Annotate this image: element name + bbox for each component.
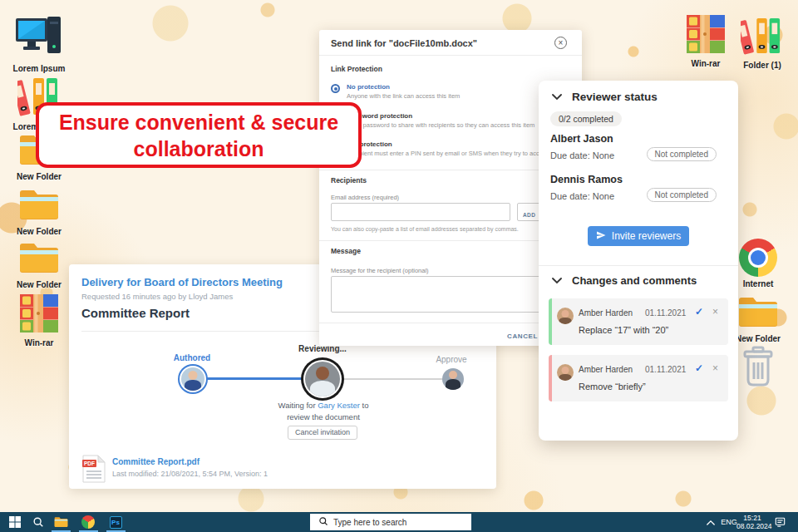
desktop-icon-new-folder-3[interactable]: New Folder xyxy=(10,241,68,289)
desktop-icon-winrar-left[interactable]: Win-rar xyxy=(10,294,68,347)
desktop-icon-label: Folder (1) xyxy=(743,61,781,70)
folder-icon xyxy=(18,241,60,278)
file-explorer-icon[interactable] xyxy=(50,512,71,532)
comment-date: 01.11.2021 xyxy=(645,365,686,374)
dialog-title: Send link for "docFile10mb.docx" xyxy=(331,38,477,48)
search-icon xyxy=(318,515,328,530)
recipients-heading: Recipients xyxy=(331,176,367,185)
message-field[interactable] xyxy=(331,276,572,313)
chrome-icon xyxy=(739,239,777,277)
message-label: Message for the recipient (optional) xyxy=(331,267,429,274)
option-label: No protection xyxy=(347,83,460,91)
taskbar: Ps ENG 15:21 08.02.2024 xyxy=(0,512,798,532)
winrar-icon xyxy=(687,15,725,57)
clock-time: 15:21 xyxy=(736,514,768,522)
workflow-stage-authored: Authored xyxy=(167,353,217,362)
callout-banner: Ensure convenient & secure collaboration xyxy=(36,102,362,168)
desktop-icon-folder-1[interactable]: Folder (1) xyxy=(733,17,791,70)
attached-file-link[interactable]: Committee Report.pdf xyxy=(112,457,200,466)
start-button[interactable] xyxy=(5,512,25,532)
desktop-icon-new-folder-2[interactable]: New Folder xyxy=(10,188,68,236)
accept-change-icon[interactable]: ✓ xyxy=(695,362,703,374)
workflow-stage-approve: Approve xyxy=(426,355,476,364)
search-input[interactable] xyxy=(333,518,458,527)
option-description: Set a password to share with recipients … xyxy=(347,121,534,129)
send-icon xyxy=(596,230,606,243)
option-pin-protection: PIN protection Recipient must enter a PI… xyxy=(331,140,572,157)
pdf-file-icon: PDF xyxy=(82,454,106,487)
avatar-commenter xyxy=(557,308,574,324)
comment-date: 01.11.2021 xyxy=(645,308,686,318)
taskbar-clock[interactable]: 15:21 08.02.2024 xyxy=(736,514,768,530)
link-protection-heading: Link Protection xyxy=(331,65,382,73)
cancel-invitation-button[interactable]: Cancel invitation xyxy=(288,426,357,440)
avatar-approver xyxy=(442,368,464,390)
desktop-icon-label: New Folder xyxy=(17,227,62,236)
option-description: Anyone with the link can access this ite… xyxy=(347,92,460,100)
close-icon[interactable]: × xyxy=(554,37,567,49)
recycle-bin-icon xyxy=(741,346,775,391)
accept-change-icon[interactable]: ✓ xyxy=(695,306,703,318)
attached-file-meta: Last modified: 21/08/2021, 5:54 PM, Vers… xyxy=(112,470,268,478)
cancel-button[interactable]: CANCEL xyxy=(507,332,538,340)
message-heading: Message xyxy=(331,247,361,255)
waiting-suffix: to xyxy=(360,401,369,410)
waiting-line2: review the document xyxy=(287,412,360,421)
desktop-icon-label: New Folder xyxy=(17,172,62,181)
desktop-icon-lorem-ipsum[interactable]: Lorem Ipsum xyxy=(10,17,68,73)
avatar-reviewer xyxy=(305,362,340,397)
recipients-helper-text: You can also copy-paste a list of email … xyxy=(331,226,519,232)
changes-comments-header[interactable]: Changes and comments xyxy=(552,274,697,287)
desktop-icon-label: New Folder xyxy=(736,334,781,343)
reject-change-icon[interactable]: × xyxy=(712,362,718,374)
desktop-icon-label: Win-rar xyxy=(692,59,721,68)
comment-card: Amber Harden 01.11.2021 ✓ × Remove “brie… xyxy=(549,355,728,401)
invite-reviewers-button[interactable]: Invite reviewers xyxy=(588,226,689,246)
option-label: Password protection xyxy=(347,112,534,120)
clock-date: 08.02.2024 xyxy=(736,522,768,530)
comment-text: Remove “briefly” xyxy=(579,382,646,392)
reviewer-status-panel: Reviewer status 0/2 completed Albert Jas… xyxy=(539,81,738,441)
email-label: Email address (required) xyxy=(331,194,399,201)
reviewer-name: Dennis Ramos xyxy=(550,174,623,185)
progress-badge: 0/2 completed xyxy=(550,111,622,126)
reviewer-status-header[interactable]: Reviewer status xyxy=(552,91,658,103)
workflow-line-pending xyxy=(339,378,443,380)
taskbar-search-box[interactable] xyxy=(310,514,471,530)
chevron-down-icon[interactable] xyxy=(552,274,562,287)
callout-text: Ensure convenient & secure collaboration xyxy=(39,109,358,162)
reject-change-icon[interactable]: × xyxy=(712,306,718,318)
document-request-subtitle: Requested 16 minutes ago by Lloyd James xyxy=(81,292,233,301)
email-field[interactable] xyxy=(331,203,510,221)
avatar-commenter xyxy=(557,364,574,381)
action-center-icon[interactable] xyxy=(771,512,788,532)
desktop-icon-winrar-right[interactable]: Win-rar xyxy=(677,15,735,68)
desktop-icon-label: New Folder xyxy=(17,280,62,289)
document-request-title[interactable]: Delivery for Board of Directors Meeting xyxy=(81,276,283,288)
desktop-icon-label: Lorem Ipsum xyxy=(13,64,66,73)
taskbar-chrome-icon[interactable] xyxy=(77,512,99,532)
radio-no-protection[interactable] xyxy=(331,84,340,93)
photoshop-icon[interactable]: Ps xyxy=(105,512,126,532)
waiting-reviewer-link[interactable]: Gary Kester xyxy=(318,401,360,410)
winrar-icon xyxy=(20,294,58,336)
reviewer-due-date: Due date: None xyxy=(550,150,614,160)
reviewer-due-date: Due date: None xyxy=(550,191,614,201)
comment-text: Replace “17” with “20” xyxy=(579,325,668,335)
reviewer-status-title: Reviewer status xyxy=(572,91,658,103)
taskbar-search-icon[interactable] xyxy=(28,512,48,532)
folder-icon xyxy=(18,188,60,224)
invite-reviewers-label: Invite reviewers xyxy=(612,230,681,242)
status-badge: Not completed xyxy=(647,147,717,161)
desktop-icon-label: Win-rar xyxy=(25,338,54,347)
chevron-down-icon[interactable] xyxy=(552,91,562,103)
comment-author: Amber Harden xyxy=(579,308,633,318)
tray-chevron-up-icon[interactable] xyxy=(703,512,718,532)
computer-icon xyxy=(15,17,63,62)
changes-comments-title: Changes and comments xyxy=(572,274,697,287)
option-no-protection: No protection Anyone with the link can a… xyxy=(331,83,460,100)
reviewer-name: Albert Jason xyxy=(550,133,613,145)
waiting-prefix: Waiting for xyxy=(278,401,318,410)
document-title: Committee Report xyxy=(81,306,190,320)
comment-card: Amber Harden 01.11.2021 ✓ × Replace “17”… xyxy=(549,298,728,345)
